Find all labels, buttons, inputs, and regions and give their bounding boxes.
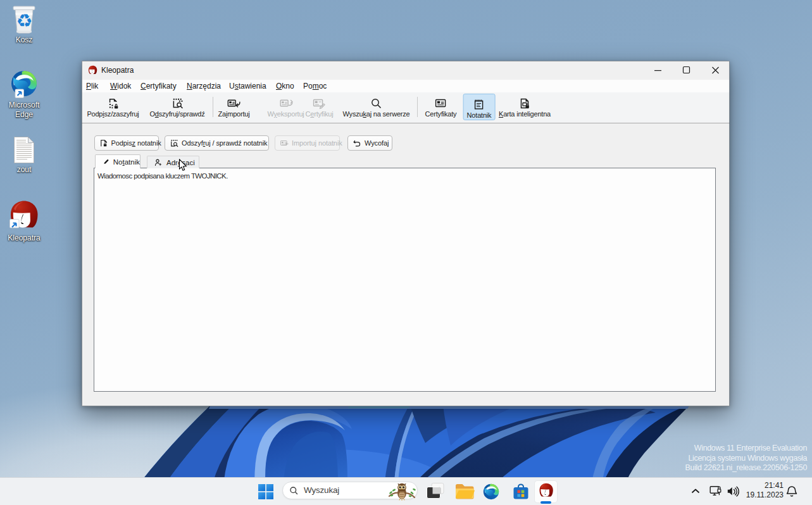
svg-text:♻: ♻ (16, 11, 33, 31)
